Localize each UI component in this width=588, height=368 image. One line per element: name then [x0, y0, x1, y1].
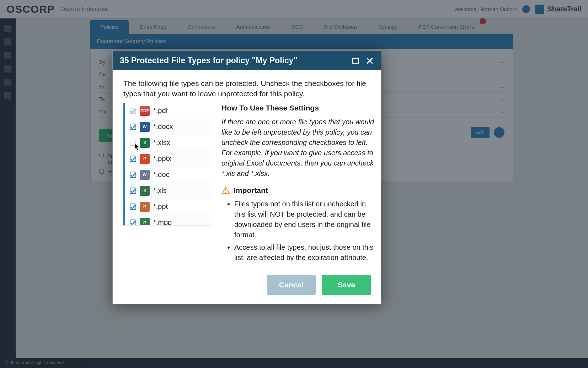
file-type-checkbox[interactable]: [130, 204, 136, 210]
cancel-button[interactable]: Cancel: [267, 275, 316, 295]
file-type-row-docx[interactable]: W*.docx: [125, 119, 212, 135]
docx-file-icon: W: [140, 122, 150, 132]
file-type-extension: *.mpp: [153, 218, 172, 226]
file-type-checkbox[interactable]: [130, 156, 136, 162]
pptx-file-icon: P: [140, 154, 150, 164]
help-bullet: Access to all file types, not just those…: [234, 242, 374, 263]
file-type-checkbox[interactable]: [130, 188, 136, 194]
file-type-extension: *.pptx: [153, 155, 171, 163]
help-body: If there are one or more file types that…: [221, 117, 374, 179]
modal-description: The following file types can be protecte…: [113, 70, 381, 103]
file-type-checkbox[interactable]: [130, 172, 136, 178]
file-type-list[interactable]: PDF*.pdfW*.docxX*.xlsxP*.pptxW*.docX*.xl…: [123, 103, 212, 226]
file-types-modal: 35 Protected File Types for policy "My P…: [112, 50, 381, 304]
maximize-icon[interactable]: [352, 57, 359, 65]
xlsx-file-icon: X: [140, 138, 150, 148]
file-type-extension: *.doc: [153, 171, 170, 179]
file-type-row-ppt[interactable]: P*.ppt: [125, 199, 212, 215]
help-column: How To Use These Settings If there are o…: [221, 103, 374, 265]
xls-file-icon: X: [140, 186, 150, 196]
file-type-extension: *.ppt: [153, 202, 168, 211]
important-label: Important: [234, 185, 268, 196]
file-type-row-doc[interactable]: W*.doc: [125, 167, 212, 183]
save-button[interactable]: Save: [322, 275, 371, 295]
file-type-row-mpp[interactable]: P*.mpp: [125, 215, 212, 226]
file-type-checkbox[interactable]: [130, 220, 136, 226]
file-type-extension: *.pdf: [153, 107, 168, 115]
doc-file-icon: W: [140, 170, 150, 180]
file-type-row-xls[interactable]: X*.xls: [125, 183, 212, 199]
file-type-extension: *.docx: [153, 123, 173, 131]
ppt-file-icon: P: [140, 202, 150, 212]
help-bullet-list: Files types not on this list or unchecke…: [234, 199, 374, 263]
file-type-row-pdf[interactable]: PDF*.pdf: [125, 103, 212, 119]
help-heading: How To Use These Settings: [221, 103, 374, 113]
file-type-row-pptx[interactable]: P*.pptx: [125, 151, 212, 167]
svg-rect-1: [225, 189, 226, 191]
modal-footer: Cancel Save: [113, 271, 381, 304]
modal-header: 35 Protected File Types for policy "My P…: [113, 51, 381, 70]
file-type-checkbox[interactable]: [130, 124, 136, 130]
warning-icon: [221, 186, 230, 195]
mpp-file-icon: P: [140, 218, 150, 226]
file-type-extension: *.xlsx: [153, 139, 170, 147]
svg-rect-0: [353, 58, 358, 63]
file-type-extension: *.xls: [153, 186, 167, 195]
file-type-checkbox: [130, 108, 136, 114]
help-bullet: Files types not on this list or unchecke…: [234, 199, 374, 240]
pdf-file-icon: PDF: [140, 106, 150, 116]
page-root: OSCORP Oscorp Industries Welcome, Norman…: [0, 0, 588, 368]
modal-title: 35 Protected File Types for policy "My P…: [120, 56, 297, 65]
mouse-cursor-icon: [134, 143, 140, 151]
svg-rect-2: [225, 192, 226, 193]
close-icon[interactable]: [366, 57, 374, 65]
